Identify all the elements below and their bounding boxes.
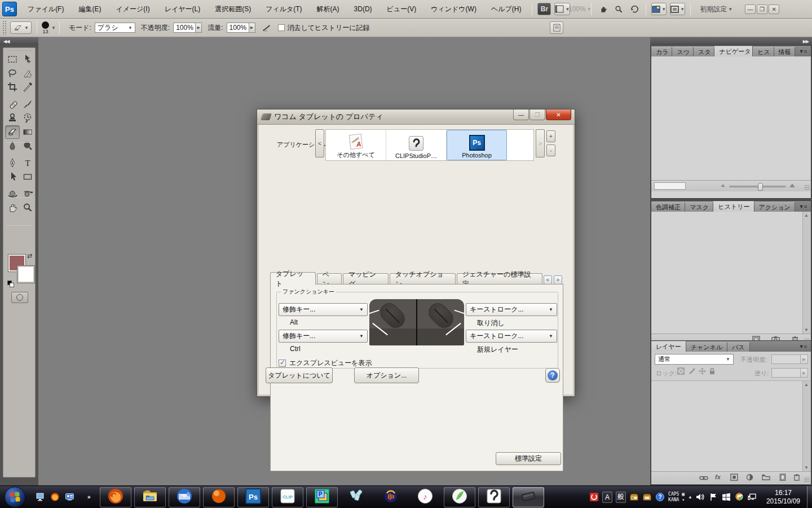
panel-toggle-button[interactable] (550, 21, 563, 34)
scroll-up-icon[interactable]: ▲ (804, 213, 810, 218)
3d-orbit-tool[interactable] (20, 187, 35, 201)
tab-scroll-right-button[interactable]: > (554, 275, 562, 284)
taskbar-app-wacom-tablet-properties[interactable] (513, 487, 544, 507)
navigator-tab-1[interactable]: スウ (672, 47, 693, 56)
taskbar-app-photoshop[interactable]: Ps (237, 487, 269, 507)
flow-slider-button[interactable]: ▶ (249, 23, 255, 33)
swap-colors-icon[interactable]: ⇄ (27, 252, 32, 260)
taskbar-app-clip-studio-paint[interactable] (478, 487, 510, 507)
taskbar-app-itunes[interactable]: ♪ (409, 487, 441, 507)
history-tab-2[interactable]: ヒストリー (713, 201, 754, 212)
menu-item-0[interactable]: ファイル(F) (20, 0, 71, 18)
zoom-tool-icon[interactable] (612, 3, 625, 15)
history-tab-1[interactable]: マスク (685, 202, 713, 212)
taskbar-app-p-paint-app[interactable]: P (306, 487, 338, 507)
menu-item-7[interactable]: 3D(D) (347, 0, 379, 18)
show-desktop-icon[interactable] (36, 492, 45, 502)
ime-input-mode-button[interactable]: A (602, 492, 612, 503)
taskbar-app-crystal-app[interactable] (341, 487, 372, 507)
dialog-tab-4[interactable]: ジェスチャーの標準設定 (457, 273, 542, 284)
antivirus-tray-icon[interactable] (735, 492, 744, 502)
quick-mask-button[interactable] (11, 292, 28, 303)
fk-bottom-right-select[interactable]: キーストローク...▼ (466, 330, 557, 343)
app-scroll-right-button[interactable]: > (536, 129, 545, 157)
screen-mode-button[interactable]: ▼ (670, 3, 685, 15)
ime-help-icon[interactable]: ? (655, 492, 665, 502)
dialog-tab-2[interactable]: マッピング (343, 273, 389, 284)
express-view-checkbox[interactable]: エクスプレスビューを表示 (279, 358, 372, 368)
dialog-tab-3[interactable]: タッチオプション (390, 273, 456, 284)
zoom-in-icon[interactable] (789, 183, 795, 187)
history-brush-tool[interactable] (20, 111, 35, 125)
menu-item-5[interactable]: フィルタ(T) (258, 0, 309, 18)
media-player-icon[interactable] (65, 492, 74, 502)
close-button[interactable]: ✕ (546, 110, 571, 120)
menu-item-9[interactable]: ウィンドウ(W) (423, 0, 484, 18)
menu-item-10[interactable]: ヘルプ(H) (484, 0, 529, 18)
scrollbar[interactable]: ▲▼ (802, 381, 811, 471)
taskbar-app-explorer[interactable] (134, 487, 166, 507)
ime-toolbox-icon[interactable] (629, 492, 639, 502)
dialog-tab-1[interactable]: ペン (317, 273, 342, 284)
flow-input[interactable]: 100% (227, 23, 249, 33)
scroll-down-icon[interactable]: ▼ (804, 327, 810, 332)
navigator-tab-2[interactable]: スタ (694, 47, 714, 56)
ime-status[interactable]: CAPS ▣ KANA ▾ (668, 492, 685, 503)
fk-top-left-select[interactable]: 修飾キー...▼ (279, 303, 368, 316)
ime-dictionary-icon[interactable] (642, 492, 652, 502)
navigator-tab-0[interactable]: カラ (651, 47, 672, 56)
dialog-tab-0[interactable]: タブレット (270, 272, 316, 284)
action-center-flag-icon[interactable] (709, 492, 718, 502)
application-item-1[interactable]: CLIPStudioP… (386, 130, 447, 160)
fk-bottom-left-select[interactable]: 修飾キー...▼ (279, 330, 368, 343)
gwx-windows-icon[interactable] (722, 492, 731, 502)
shape-tool[interactable] (20, 170, 35, 183)
menu-item-8[interactable]: ビュー(V) (379, 0, 424, 18)
drag-grip[interactable] (2, 20, 6, 35)
crop-tool[interactable] (5, 80, 20, 94)
fk-top-right-select[interactable]: キーストローク...▼ (466, 303, 557, 316)
pen-tool[interactable] (5, 156, 20, 170)
hand-tool-icon[interactable] (596, 3, 610, 15)
erase-to-history-checkbox[interactable]: 消去してヒストリーに記録 (278, 23, 370, 33)
3d-rotate-tool[interactable] (5, 187, 20, 201)
slider-thumb[interactable] (758, 183, 763, 191)
blend-mode-select[interactable]: 通常▼ (655, 354, 734, 365)
scrollbar[interactable]: ▲▼ (802, 212, 811, 334)
taskbar-app-audacity[interactable] (375, 487, 407, 507)
blur-tool[interactable] (5, 139, 20, 152)
show-desktop-button[interactable] (807, 486, 812, 508)
tools-panel-header[interactable]: ◀◀ (0, 37, 38, 45)
type-tool[interactable]: T (20, 156, 35, 170)
panel-menu-icon[interactable]: ▼≡ (795, 49, 811, 54)
ime-conversion-button[interactable]: 般 (616, 492, 626, 503)
dock-header[interactable]: ▶▶ (650, 37, 812, 45)
adjustment-layer-icon[interactable] (746, 474, 753, 483)
brush-preset-picker[interactable]: 13 (42, 21, 49, 34)
mode-select[interactable]: ブラシ▼ (95, 23, 135, 33)
add-application-button[interactable]: + (546, 130, 555, 142)
taskbar-app-firefox[interactable] (100, 487, 131, 507)
airbrush-toggle[interactable] (260, 21, 273, 34)
zoom-out-icon[interactable] (721, 184, 725, 187)
rotate-view-icon[interactable] (628, 3, 641, 15)
show-hidden-icons-button[interactable]: ▲ (688, 494, 692, 500)
link-layers-icon[interactable] (699, 475, 708, 483)
minimize-button[interactable]: — (513, 110, 529, 120)
panel-menu-icon[interactable]: ▼≡ (795, 344, 811, 349)
tab-scroll-left-button[interactable]: < (544, 275, 552, 284)
start-button[interactable] (5, 487, 25, 507)
lock-all-icon[interactable] (709, 367, 716, 376)
eyedropper-tool[interactable] (20, 80, 35, 94)
application-item-2[interactable]: PsPhotoshop (447, 130, 507, 160)
gradient-tool[interactable] (20, 125, 35, 139)
help-button[interactable]: ? (545, 368, 560, 383)
layer-style-icon[interactable]: fx (715, 474, 721, 480)
taskbar-app-feather-paint-app[interactable] (444, 487, 475, 507)
workspace-switcher[interactable]: 初期設定▼ (695, 3, 737, 15)
app-scroll-left-button[interactable]: < (315, 129, 324, 157)
remove-application-button[interactable]: - (546, 144, 555, 156)
minimize-button[interactable]: — (745, 5, 756, 14)
tool-preset-button[interactable]: ▼ (10, 21, 32, 34)
layers-tab-2[interactable]: パス (727, 342, 750, 352)
